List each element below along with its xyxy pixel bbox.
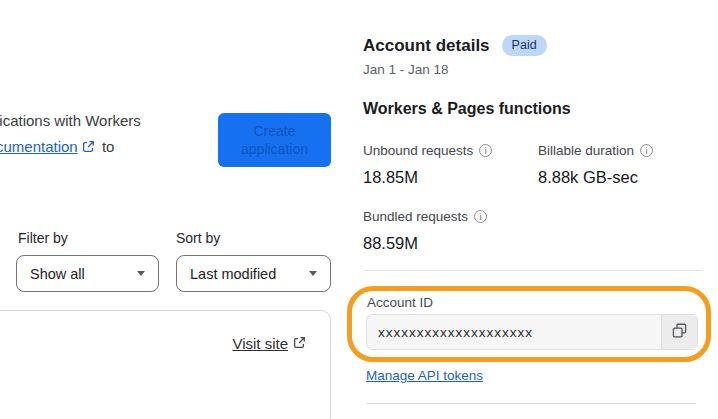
documentation-link[interactable]: cumentation: [0, 138, 78, 155]
filter-dropdown-value: Show all: [30, 266, 85, 282]
manage-api-tokens-link[interactable]: Manage API tokens: [366, 368, 483, 383]
account-id-field[interactable]: xxxxxxxxxxxxxxxxxxxx: [366, 314, 698, 350]
create-button-line2: application: [241, 141, 308, 157]
account-details-header: Account details Paid: [363, 35, 547, 56]
stat-bundled-requests: Bundled requests 88.59M: [363, 209, 487, 253]
intro-text: lications with Workers cumentation to: [0, 108, 216, 161]
account-id-label: Account ID: [367, 295, 433, 310]
stat-label: Billable duration: [538, 143, 634, 158]
stat-label: Unbound requests: [363, 143, 473, 158]
project-card: Visit site: [0, 310, 331, 419]
chevron-down-icon: [309, 271, 317, 276]
intro-suffix: to: [102, 138, 115, 155]
account-id-value: xxxxxxxxxxxxxxxxxxxx: [367, 325, 661, 340]
intro-line1: lications with Workers: [0, 112, 141, 129]
stat-unbound-requests: Unbound requests 18.85M: [363, 143, 492, 187]
account-details-title: Account details: [363, 36, 490, 56]
functions-title: Workers & Pages functions: [363, 100, 571, 118]
stat-billable-duration: Billable duration 8.88k GB-sec: [538, 143, 653, 187]
info-icon[interactable]: [474, 210, 487, 223]
sort-dropdown[interactable]: Last modified: [176, 255, 331, 292]
stat-value: 88.59M: [363, 234, 487, 253]
copy-button[interactable]: [661, 315, 697, 349]
filter-by-label: Filter by: [18, 230, 68, 246]
divider: [366, 403, 696, 404]
plan-badge: Paid: [502, 35, 547, 56]
stat-label: Bundled requests: [363, 209, 468, 224]
external-link-icon: [293, 335, 306, 352]
create-button-line1: Create: [253, 123, 295, 139]
divider: [363, 270, 703, 271]
visit-site-label: Visit site: [232, 335, 288, 352]
copy-icon: [672, 323, 687, 341]
filter-dropdown[interactable]: Show all: [16, 255, 159, 292]
info-icon[interactable]: [479, 144, 492, 157]
info-icon[interactable]: [640, 144, 653, 157]
sort-dropdown-value: Last modified: [190, 266, 276, 282]
sort-by-label: Sort by: [176, 230, 220, 246]
create-application-button[interactable]: Create application: [218, 113, 331, 167]
stat-value: 8.88k GB-sec: [538, 168, 653, 187]
visit-site-link[interactable]: Visit site: [232, 335, 306, 352]
chevron-down-icon: [137, 271, 145, 276]
stat-value: 18.85M: [363, 168, 492, 187]
date-range: Jan 1 - Jan 18: [363, 62, 449, 77]
external-link-icon: [82, 135, 95, 161]
